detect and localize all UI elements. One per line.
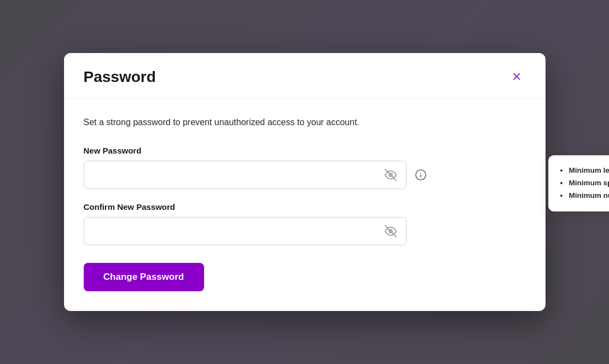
toggle-confirm-password-button[interactable] — [382, 223, 399, 239]
new-password-label: New Password — [84, 146, 526, 155]
requirements-list: Minimum length 8 Minimum special charact… — [559, 165, 609, 202]
new-password-input-row: Minimum length 8 Minimum special charact… — [84, 161, 526, 189]
change-password-button[interactable]: Change Password — [84, 263, 204, 291]
eye-icon — [385, 169, 397, 181]
modal-body: Set a strong password to prevent unautho… — [64, 98, 546, 311]
modal-header: Password ✕ — [64, 53, 546, 98]
close-icon: ✕ — [512, 70, 521, 84]
requirement-item: Minimum special characters 1 — [569, 177, 609, 190]
confirm-password-input-row — [84, 217, 526, 245]
requirement-item: Minimum length 8 — [569, 165, 609, 177]
toggle-new-password-button[interactable] — [382, 167, 399, 183]
password-modal: Password ✕ Set a strong password to prev… — [64, 53, 546, 311]
confirm-password-input-wrapper — [84, 217, 407, 245]
confirm-password-label: Confirm New Password — [84, 202, 526, 212]
close-button[interactable]: ✕ — [507, 69, 526, 85]
info-icon — [415, 169, 427, 181]
confirm-password-field-group: Confirm New Password — [84, 202, 526, 245]
confirm-password-input[interactable] — [84, 217, 407, 245]
password-requirements-tooltip: Minimum length 8 Minimum special charact… — [548, 155, 609, 212]
requirement-item: Minimum numeric digit 1 — [569, 190, 609, 202]
modal-wrapper: Password ✕ Set a strong password to prev… — [0, 0, 609, 364]
modal-description: Set a strong password to prevent unautho… — [84, 116, 456, 130]
new-password-field-group: New Password — [84, 146, 526, 189]
eye-icon-confirm — [385, 225, 397, 237]
new-password-input-wrapper — [84, 161, 407, 189]
modal-title: Password — [84, 68, 156, 86]
info-button[interactable] — [413, 167, 428, 183]
new-password-input[interactable] — [84, 161, 407, 189]
